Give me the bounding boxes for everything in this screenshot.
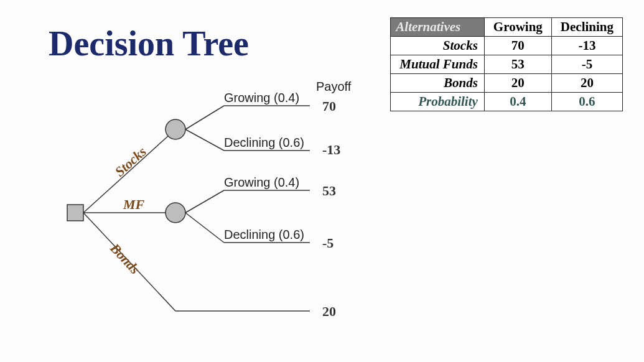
cell-mf-decl: -5 xyxy=(551,55,622,74)
cell-stocks-decl: -13 xyxy=(551,37,622,55)
chance-node-stocks-icon xyxy=(166,119,185,139)
line-stocks-grow-1 xyxy=(185,106,224,129)
state-label-mf-grow: Growing (0.4) xyxy=(224,175,299,189)
branch-label-stocks: Stocks xyxy=(112,144,149,180)
table-header-alternatives: Alternatives xyxy=(391,18,485,37)
row-name-stocks: Stocks xyxy=(391,37,485,55)
table-header-declining: Declining xyxy=(551,18,622,37)
row-name-prob: Probability xyxy=(391,93,485,111)
cell-mf-grow: 53 xyxy=(484,55,551,74)
row-name-mf: Mutual Funds xyxy=(391,55,485,74)
line-mf-decl-1 xyxy=(185,213,224,243)
cell-bonds-grow: 20 xyxy=(484,74,551,93)
decision-tree-diagram: Stocks MF Bonds Growing (0.4) Declining … xyxy=(56,81,380,342)
payoff-bonds: 20 xyxy=(322,304,336,319)
cell-stocks-grow: 70 xyxy=(484,37,551,55)
branch-label-bonds: Bonds xyxy=(107,240,143,277)
cell-prob-grow: 0.4 xyxy=(484,93,551,111)
payoff-stocks-decl: -13 xyxy=(322,142,340,157)
table-row: Mutual Funds 53 -5 xyxy=(391,55,623,74)
chance-node-mf-icon xyxy=(166,203,185,223)
cell-prob-decl: 0.6 xyxy=(551,93,622,111)
table-row-probability: Probability 0.4 0.6 xyxy=(391,93,623,111)
state-label-stocks-grow: Growing (0.4) xyxy=(224,91,299,104)
state-label-stocks-decl: Declining (0.6) xyxy=(224,136,304,149)
line-mf-grow-1 xyxy=(185,190,224,213)
line-stocks-decl-1 xyxy=(185,129,224,151)
branch-label-mf: MF xyxy=(123,197,145,212)
state-label-mf-decl: Declining (0.6) xyxy=(224,228,304,241)
row-name-bonds: Bonds xyxy=(391,74,485,93)
payoff-mf-decl: -5 xyxy=(322,235,334,251)
decision-node-icon xyxy=(67,205,83,221)
page-title: Decision Tree xyxy=(49,24,249,63)
table-row: Stocks 70 -13 xyxy=(391,37,623,55)
table-row: Bonds 20 20 xyxy=(391,74,623,93)
cell-bonds-decl: 20 xyxy=(551,74,622,93)
payoff-table: Alternatives Growing Declining Stocks 70… xyxy=(390,17,623,111)
payoff-mf-grow: 53 xyxy=(322,183,336,198)
payoff-stocks-grow: 70 xyxy=(322,98,336,114)
table-header-growing: Growing xyxy=(484,18,551,37)
payoff-column-header: Payoff xyxy=(316,81,352,93)
